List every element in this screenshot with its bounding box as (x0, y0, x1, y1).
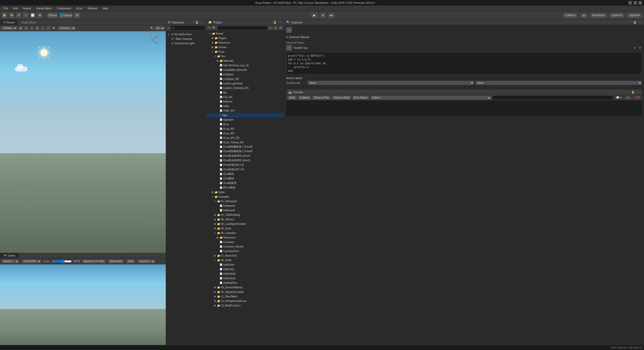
hierarchy-add-btn[interactable]: +▾ (167, 27, 170, 29)
clear-on-play-btn[interactable]: Clear on Play (312, 95, 331, 100)
proj-nogc[interactable]: ▶ 📁 05_NoGc (206, 226, 284, 231)
proj-custom-generate[interactable]: 📄 custom_generate (206, 81, 284, 86)
proj-xlua-tutorial-en[interactable]: 📄 XLua_Tutorial_EN (206, 140, 284, 145)
proj-tutorial1[interactable]: 📄 XLua教程 (206, 172, 284, 176)
console-search[interactable] (492, 96, 614, 100)
shading-dropdown[interactable]: Shaded (1, 26, 17, 30)
menu-assets[interactable]: Assets (20, 6, 34, 10)
proj-add-remove-lua[interactable]: 📄 Add_Remove_Lua_Lib (206, 63, 284, 67)
maximize-btn[interactable]: □ (633, 1, 637, 5)
hier-dir-light[interactable]: ☀ Directional Light (169, 41, 206, 46)
tool-rotate[interactable]: ↺ (16, 12, 22, 18)
tool-move[interactable]: ✚ (9, 12, 15, 18)
scene-extra-btn[interactable]: ⋯ (46, 26, 51, 30)
close-btn[interactable]: ✕ (638, 1, 642, 5)
hierarchy-search[interactable] (171, 26, 205, 30)
proj-hotfixtest4[interactable]: 📄 HotfixTest2 (206, 276, 284, 281)
grid-btn[interactable]: ⊞ (74, 12, 80, 18)
inspector-menu[interactable]: ⋮ (638, 20, 642, 24)
proj-xlua-api-en[interactable]: 📄 XLua_API_EN (206, 135, 284, 140)
proj-genericmethod[interactable]: ▶ 📁 09_GenericMethod (206, 285, 284, 290)
stats-btn[interactable]: Stats (126, 259, 135, 264)
proj-plugins[interactable]: ▶ 📁 Plugins (206, 36, 284, 40)
proj-perf1[interactable]: 📄 XLua性能分析工具 (206, 163, 284, 167)
proj-helloworld-folder[interactable]: ▾ 📁 01_Helloworld (206, 199, 284, 203)
account-btn[interactable]: Account ▾ (589, 13, 607, 18)
proj-eye[interactable]: 👁 (273, 26, 277, 30)
proj-rawobject[interactable]: ▶ 📁 11_RawObject (206, 294, 284, 299)
proj-settings[interactable]: ⚙ (278, 26, 283, 30)
project-search[interactable] (218, 26, 267, 30)
console-menu[interactable]: ⋮ (636, 90, 640, 94)
proj-signature[interactable]: 📄 signature (206, 117, 284, 122)
proj-hotfix-folder[interactable]: ▾ 📁 08_Hotfix (206, 258, 284, 262)
asset-bundle-dropdown1[interactable]: None (307, 81, 474, 85)
proj-coroutine-folder[interactable]: ▾ 📁 06_Coroutine (206, 231, 284, 235)
proj-star[interactable]: ★ (268, 26, 272, 30)
cloud-btn[interactable]: ☁ (580, 13, 588, 18)
layers-btn[interactable]: Layers ▾ (609, 13, 625, 18)
proj-helloworld2[interactable]: 📄 Helloworld (206, 208, 284, 213)
pause-button[interactable]: ⏸ (319, 12, 327, 18)
tool-rect[interactable]: ⬜ (30, 12, 36, 18)
proj-statefulltest[interactable]: 📄 StatefullTest (206, 281, 284, 285)
all-dropdown[interactable]: All (154, 26, 165, 30)
menu-gameobject[interactable]: GameObject (34, 6, 54, 10)
proj-xlua-struct1[interactable]: 📄 XLua复杂值类型 (struct) (206, 154, 284, 158)
tab-scene[interactable]: ⊙ Scene (0, 20, 18, 25)
external-objects-header[interactable]: ▶ External Objects (286, 34, 642, 40)
gizmos-dropdown[interactable]: Gizmos ▾ (58, 26, 76, 30)
game-panel-menu[interactable]: ⋮ (162, 254, 166, 258)
proj-coroutine-runner[interactable]: 📄 Coroutine_Runner (206, 244, 284, 249)
proj-xlua-api2[interactable]: 📄 XLua_API (206, 131, 284, 135)
proj-examples[interactable]: ▾ 📁 Examples (206, 194, 284, 199)
game-view-menu[interactable]: ⋮ (161, 259, 165, 263)
clear-btn[interactable]: Clear (287, 95, 297, 100)
pivot-btn[interactable]: ⊙ Pivot (47, 12, 58, 18)
proj-hotfix[interactable]: 📄 hotfix (206, 104, 284, 108)
proj-signatureloader[interactable]: ▶ 📁 10_SignatureLoader (206, 290, 284, 294)
proj-perf2[interactable]: 📄 XLua性能分析工具 (206, 167, 284, 172)
collab-btn[interactable]: Collab ▾ (562, 13, 578, 18)
audio-btn[interactable]: ♪ (29, 26, 34, 30)
menu-component[interactable]: Component (54, 6, 73, 10)
menu-xlua[interactable]: XLua (73, 6, 85, 10)
game-gizmos-dropdown[interactable]: Gizmos ▾ (137, 259, 155, 264)
proj-compatible-bytecode[interactable]: 📄 compatible_bytecode (206, 67, 284, 72)
collapse-btn[interactable]: Collapse (298, 95, 311, 100)
hier-main-camera[interactable]: 🎥 Main Camera (169, 37, 206, 41)
proj-configure-en[interactable]: 📄 Configure_EN (206, 77, 284, 81)
proj-assets[interactable]: ▾ 📁 Assets (206, 31, 284, 36)
proj-luaobj[interactable]: ▶ 📁 04_LuaObjectOrented (206, 222, 284, 226)
project-menu[interactable]: ⋮ (278, 20, 282, 24)
error-pause-btn[interactable]: Error Pause (352, 95, 369, 100)
light-btn[interactable]: ☀ (24, 26, 28, 30)
proj-materials[interactable]: ▶ 📁 Materials (206, 58, 284, 63)
tab-game[interactable]: 🎮 Game (0, 253, 19, 258)
menu-file[interactable]: File (1, 6, 11, 10)
proj-xlua-struct2[interactable]: 📄 XLua复杂值类型 (struct) (206, 158, 284, 163)
proj-resources[interactable]: ▶ 📁 Resources (206, 40, 284, 45)
maximize-on-play-btn[interactable]: Maximize On Play (82, 259, 106, 264)
proj-custom-generate-en[interactable]: 📄 Custom_Generate_EN (206, 86, 284, 90)
layout-btn[interactable]: Layout ▾ (626, 13, 642, 18)
scale-slider[interactable] (52, 260, 72, 263)
proj-u3dscripting[interactable]: ▶ 📁 02_U3DScripting (206, 213, 284, 217)
tool-hand[interactable]: ✋ (2, 12, 8, 18)
proj-hotfixtest1[interactable]: 📄 HotfixTest (206, 262, 284, 267)
scene-gizmo[interactable]: Y X Z (144, 33, 158, 47)
proj-add-btn[interactable]: +▾ (208, 26, 211, 29)
proj-xlua-file[interactable]: 📄 xLua (206, 122, 284, 126)
proj-buildfromcli[interactable]: ▶ 📁 13_BuildFromCLI (206, 303, 284, 308)
proj-hotfix-en[interactable]: 📄 Hotfix_EN (206, 108, 284, 113)
proj-doc[interactable]: ▾ 📁 Doc (206, 54, 284, 58)
menu-help[interactable]: Help (100, 6, 111, 10)
proj-scenes[interactable]: ▶ 📁 Scenes (206, 45, 284, 49)
proj-xlua[interactable]: ▾ 📁 XLua (206, 49, 284, 54)
proj-tutorial2[interactable]: 📄 XLua教程 (206, 176, 284, 181)
tool-transform[interactable]: ⊞ (37, 12, 43, 18)
mute-audio-btn[interactable]: Mute Audio (108, 259, 124, 264)
project-lock[interactable]: 🔒 (273, 20, 277, 24)
resolution-dropdown[interactable]: 1920x1080 (21, 259, 41, 264)
proj-resources2[interactable]: ▶ 📁 Resources (206, 235, 284, 240)
